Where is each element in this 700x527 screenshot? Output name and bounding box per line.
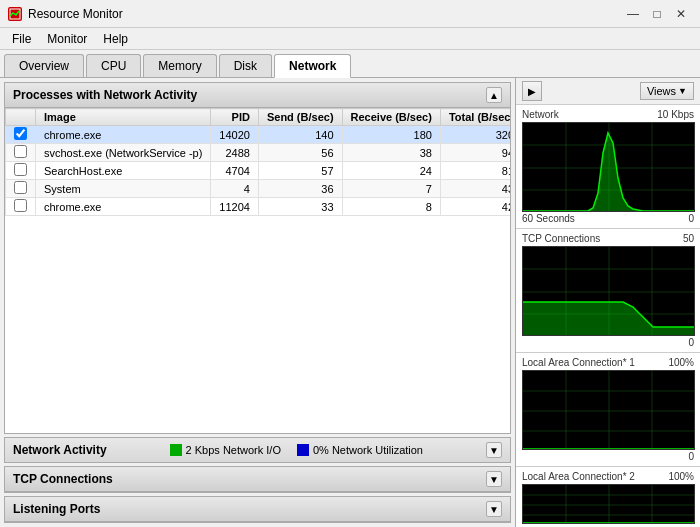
row-image: svchost.exe (NetworkService -p) [36, 144, 211, 162]
graph-lac1-bottom: 0 [522, 451, 694, 462]
views-chevron-icon: ▼ [678, 86, 687, 96]
table-row[interactable]: svchost.exe (NetworkService -p) 2488 56 … [6, 144, 511, 162]
network-activity-stats: 2 Kbps Network I/O 0% Network Utilizatio… [170, 444, 423, 456]
stat-io: 2 Kbps Network I/O [170, 444, 281, 456]
row-total: 42 [440, 198, 510, 216]
graph-tcp-bottom: 0 [522, 337, 694, 348]
stat-util: 0% Network Utilization [297, 444, 423, 456]
views-button[interactable]: Views ▼ [640, 82, 694, 100]
graph-network: Network 10 Kbps 60 Seconds [516, 105, 700, 229]
processes-section: Processes with Network Activity ▲ Image … [4, 82, 511, 434]
menu-monitor[interactable]: Monitor [39, 30, 95, 48]
table-row[interactable]: SearchHost.exe 4704 57 24 81 [6, 162, 511, 180]
network-activity-header: Network Activity 2 Kbps Network I/O 0% N… [5, 438, 510, 462]
row-total: 320 [440, 126, 510, 144]
row-send: 140 [258, 126, 342, 144]
graph-lac2-title: Local Area Connection* 2 [522, 471, 635, 482]
row-checkbox[interactable] [14, 127, 27, 140]
row-image: chrome.exe [36, 198, 211, 216]
stat-io-label: 2 Kbps Network I/O [186, 444, 281, 456]
row-checkbox[interactable] [14, 199, 27, 212]
row-checkbox-cell[interactable] [6, 126, 36, 144]
close-button[interactable]: ✕ [670, 3, 692, 25]
network-activity-title: Network Activity [13, 443, 107, 457]
row-image: chrome.exe [36, 126, 211, 144]
tcp-section: TCP Connections ▼ [4, 466, 511, 493]
listening-section-header[interactable]: Listening Ports ▼ [5, 497, 510, 522]
table-row[interactable]: System 4 36 7 43 [6, 180, 511, 198]
col-receive[interactable]: Receive (B/sec) [342, 109, 440, 126]
col-image[interactable]: Image [36, 109, 211, 126]
table-row[interactable]: chrome.exe 11204 33 8 42 [6, 198, 511, 216]
graph-tcp-svg [523, 247, 695, 336]
maximize-button[interactable]: □ [646, 3, 668, 25]
network-activity-section: Network Activity 2 Kbps Network I/O 0% N… [4, 437, 511, 463]
graph-tcp-zero: 0 [688, 337, 694, 348]
row-receive: 24 [342, 162, 440, 180]
graph-tcp-max: 50 [683, 233, 694, 244]
row-checkbox-cell[interactable] [6, 144, 36, 162]
row-total: 43 [440, 180, 510, 198]
graph-lac2: Local Area Connection* 2 100% [516, 467, 700, 527]
graph-tcp: TCP Connections 50 0 [516, 229, 700, 353]
row-checkbox-cell[interactable] [6, 162, 36, 180]
col-pid[interactable]: PID [211, 109, 259, 126]
row-checkbox[interactable] [14, 145, 27, 158]
tab-network[interactable]: Network [274, 54, 351, 78]
processes-table: Image PID Send (B/sec) Receive (B/sec) T… [5, 108, 510, 216]
tab-overview[interactable]: Overview [4, 54, 84, 77]
graph-network-title: Network [522, 109, 559, 120]
menu-file[interactable]: File [4, 30, 39, 48]
graph-tcp-title: TCP Connections [522, 233, 600, 244]
row-checkbox[interactable] [14, 163, 27, 176]
listening-section-title: Listening Ports [13, 502, 100, 516]
tcp-collapse-btn[interactable]: ▼ [486, 471, 502, 487]
row-total: 94 [440, 144, 510, 162]
tcp-section-title: TCP Connections [13, 472, 113, 486]
row-checkbox-cell[interactable] [6, 180, 36, 198]
processes-collapse-btn[interactable]: ▲ [486, 87, 502, 103]
graph-lac2-canvas [522, 484, 695, 524]
col-total[interactable]: Total (B/sec) [440, 109, 510, 126]
row-image: System [36, 180, 211, 198]
main-content: Processes with Network Activity ▲ Image … [0, 78, 700, 527]
listening-collapse-btn[interactable]: ▼ [486, 501, 502, 517]
graph-lac1-title: Local Area Connection* 1 [522, 357, 635, 368]
tab-disk[interactable]: Disk [219, 54, 272, 77]
row-receive: 38 [342, 144, 440, 162]
network-activity-collapse-btn[interactable]: ▼ [486, 442, 502, 458]
svg-marker-16 [523, 302, 695, 336]
right-panel-header: ▶ Views ▼ [516, 78, 700, 105]
graph-tcp-label: TCP Connections 50 [522, 233, 694, 244]
right-nav-prev[interactable]: ▶ [522, 81, 542, 101]
tab-memory[interactable]: Memory [143, 54, 216, 77]
processes-section-header[interactable]: Processes with Network Activity ▲ [5, 83, 510, 108]
row-checkbox-cell[interactable] [6, 198, 36, 216]
row-receive: 8 [342, 198, 440, 216]
stat-util-label: 0% Network Utilization [313, 444, 423, 456]
row-pid: 2488 [211, 144, 259, 162]
table-row[interactable]: chrome.exe 14020 140 180 320 [6, 126, 511, 144]
svg-rect-2 [297, 444, 309, 456]
graph-lac1-canvas [522, 370, 695, 450]
row-checkbox[interactable] [14, 181, 27, 194]
app-icon [8, 7, 22, 21]
processes-table-container: Image PID Send (B/sec) Receive (B/sec) T… [5, 108, 510, 216]
col-send[interactable]: Send (B/sec) [258, 109, 342, 126]
graph-network-seconds: 60 Seconds [522, 213, 575, 224]
tcp-section-header[interactable]: TCP Connections ▼ [5, 467, 510, 492]
svg-marker-23 [523, 449, 695, 450]
row-image: SearchHost.exe [36, 162, 211, 180]
graph-network-bottom: 60 Seconds 0 [522, 213, 694, 224]
menu-help[interactable]: Help [95, 30, 136, 48]
graph-lac1-svg [523, 371, 695, 450]
row-send: 56 [258, 144, 342, 162]
row-send: 36 [258, 180, 342, 198]
minimize-button[interactable]: — [622, 3, 644, 25]
graph-network-max: 10 Kbps [657, 109, 694, 120]
col-check[interactable] [6, 109, 36, 126]
graph-network-svg [523, 123, 695, 212]
tab-cpu[interactable]: CPU [86, 54, 141, 77]
left-panel: Processes with Network Activity ▲ Image … [0, 78, 515, 527]
title-controls: — □ ✕ [622, 3, 692, 25]
